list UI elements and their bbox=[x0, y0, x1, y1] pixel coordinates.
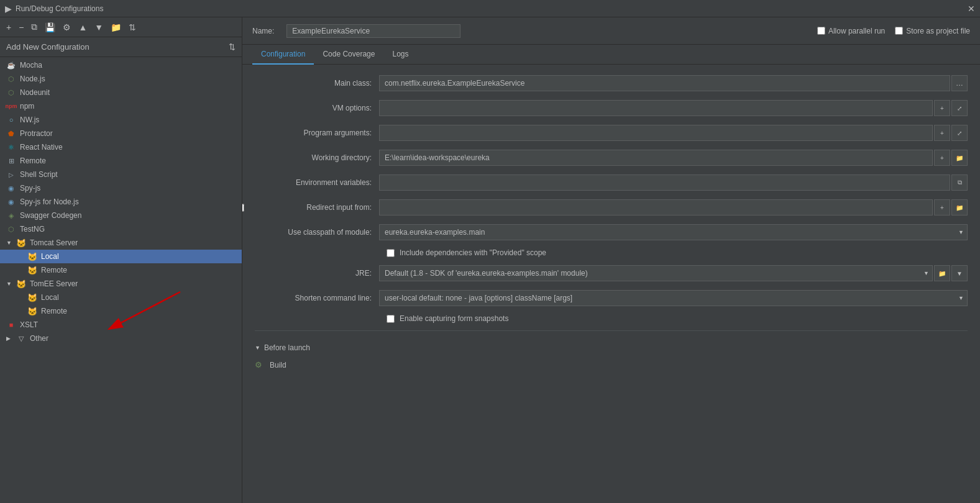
capture-snapshots-label: Enable capturing form snapshots bbox=[400, 314, 508, 323]
right-panel: Name: Allow parallel run Store as projec… bbox=[242, 17, 980, 503]
before-launch-section: Before launch ⚙ Build bbox=[255, 330, 968, 371]
vm-options-fullscreen-button[interactable]: ⤢ bbox=[951, 100, 968, 116]
main-class-input-wrap: … bbox=[379, 75, 968, 91]
tree-item-tomcat-remote[interactable]: 🐱 Remote bbox=[0, 263, 242, 277]
add-new-label: Add New Configuration bbox=[6, 42, 89, 52]
vm-options-input[interactable] bbox=[379, 100, 933, 116]
classpath-row: Use classpath of module: eureka.eureka-e… bbox=[255, 224, 968, 241]
jre-dropdown-button[interactable]: ▼ bbox=[951, 265, 968, 281]
tree-item-npm[interactable]: npm npm bbox=[0, 99, 242, 113]
tree-item-spyjsnode[interactable]: ◉ Spy-js for Node.js bbox=[0, 195, 242, 209]
config-body: Main class: … VM options: + ⤢ Program ar… bbox=[242, 65, 980, 503]
allow-parallel-label: Allow parallel run bbox=[817, 27, 885, 35]
vm-options-row: VM options: + ⤢ bbox=[255, 99, 968, 117]
other-icon: ▽ bbox=[16, 333, 26, 343]
move-up-button[interactable]: ▲ bbox=[76, 21, 89, 34]
folder-button[interactable]: 📁 bbox=[108, 21, 124, 34]
tree-label-tomcat-local: Local bbox=[41, 252, 59, 261]
tomee-expand-arrow: ▼ bbox=[6, 281, 12, 287]
tree-item-tomcat-local[interactable]: 🐱 Local bbox=[0, 250, 242, 263]
store-as-project-checkbox[interactable] bbox=[895, 27, 903, 35]
tree-label-nwjs: NW.js bbox=[20, 116, 39, 124]
tree-item-shellscript[interactable]: ▷ Shell Script bbox=[0, 168, 242, 181]
allow-parallel-checkbox[interactable] bbox=[817, 27, 825, 35]
nodeunit-icon: ⬡ bbox=[6, 88, 16, 97]
tree-item-protractor[interactable]: ⬟ Protractor bbox=[0, 127, 242, 140]
xslt-icon: ■ bbox=[6, 320, 16, 330]
tab-logs[interactable]: Logs bbox=[383, 45, 417, 65]
tree-item-nwjs[interactable]: ○ NW.js bbox=[0, 113, 242, 127]
shorten-cmd-select[interactable]: user-local default: none - java [options… bbox=[379, 290, 968, 306]
sort-icon: ⇅ bbox=[229, 42, 236, 52]
tree-item-remote[interactable]: ⊞ Remote bbox=[0, 154, 242, 168]
redirect-input-expand-button[interactable]: + bbox=[934, 199, 950, 215]
program-args-label: Program arguments: bbox=[255, 129, 379, 137]
program-args-input[interactable] bbox=[379, 125, 933, 141]
program-args-row: Program arguments: + ⤢ bbox=[255, 124, 968, 142]
tree-item-testng[interactable]: ⬡ TestNG bbox=[0, 222, 242, 236]
build-item[interactable]: ⚙ Build bbox=[255, 358, 968, 371]
env-vars-input[interactable] bbox=[379, 174, 950, 191]
swagger-icon: ◈ bbox=[6, 211, 16, 220]
tree-item-tomee-remote[interactable]: 🐱 Remote bbox=[0, 304, 242, 318]
program-args-fullscreen-button[interactable]: ⤢ bbox=[951, 125, 968, 141]
jre-select[interactable]: Default (1.8 - SDK of 'eureka.eureka-exa… bbox=[379, 265, 933, 281]
tree-label-mocha: Mocha bbox=[20, 61, 42, 70]
tree-item-tomcat[interactable]: ▼ 🐱 Tomcat Server bbox=[0, 236, 242, 250]
capture-snapshots-row: Enable capturing form snapshots bbox=[255, 314, 968, 323]
settings-button[interactable]: ⚙ bbox=[60, 21, 73, 34]
tree-item-mocha[interactable]: ☕ Mocha bbox=[0, 58, 242, 72]
jre-browse-button[interactable]: 📁 bbox=[934, 265, 950, 281]
remote-icon: ⊞ bbox=[6, 156, 16, 166]
add-new-section: Add New Configuration ⇅ bbox=[0, 37, 242, 57]
tree-label-tomcat: Tomcat Server bbox=[30, 238, 78, 247]
tree-item-other[interactable]: ▶ ▽ Other bbox=[0, 332, 242, 345]
include-deps-checkbox[interactable] bbox=[387, 249, 395, 257]
name-input[interactable] bbox=[286, 24, 460, 38]
move-down-button[interactable]: ▼ bbox=[92, 21, 106, 34]
redirect-input-label: Redirect input from: bbox=[247, 203, 372, 212]
tree-label-tomee: TomEE Server bbox=[30, 279, 78, 288]
jre-label: JRE: bbox=[255, 269, 379, 278]
classpath-select[interactable]: eureka.eureka-examples.main bbox=[379, 224, 968, 240]
tree-item-tomee-local[interactable]: 🐱 Local bbox=[0, 291, 242, 304]
working-dir-expand-button[interactable]: + bbox=[934, 150, 950, 166]
main-class-input[interactable] bbox=[379, 75, 950, 91]
tree-item-nodeunit[interactable]: ⬡ Nodeunit bbox=[0, 86, 242, 99]
capture-snapshots-checkbox[interactable] bbox=[387, 315, 395, 323]
copy-config-button[interactable]: ⧉ bbox=[29, 20, 40, 34]
tree-item-nodejs[interactable]: ⬡ Node.js bbox=[0, 72, 242, 86]
tree-item-swagger[interactable]: ◈ Swagger Codegen bbox=[0, 209, 242, 222]
tree-label-spyjsnode: Spy-js for Node.js bbox=[20, 197, 79, 206]
close-button[interactable]: ✕ bbox=[968, 4, 975, 14]
program-args-expand-button[interactable]: + bbox=[934, 125, 950, 141]
header-options: Allow parallel run Store as project file bbox=[817, 27, 970, 35]
tab-code-coverage[interactable]: Code Coverage bbox=[314, 45, 383, 65]
working-dir-input[interactable] bbox=[379, 150, 933, 166]
tomee-local-icon: 🐱 bbox=[27, 292, 37, 302]
env-vars-copy-button[interactable]: ⧉ bbox=[951, 174, 968, 191]
tree-item-xslt[interactable]: ■ XSLT bbox=[0, 318, 242, 332]
vm-options-expand-button[interactable]: + bbox=[934, 100, 950, 116]
tree-item-spyjs[interactable]: ◉ Spy-js bbox=[0, 181, 242, 195]
main-class-browse-button[interactable]: … bbox=[951, 75, 968, 91]
tomcat-expand-arrow: ▼ bbox=[6, 240, 12, 246]
main-class-row: Main class: … bbox=[255, 75, 968, 92]
tomcat-local-icon: 🐱 bbox=[27, 252, 37, 261]
vm-options-input-wrap: + ⤢ bbox=[379, 100, 968, 116]
tree-item-reactnative[interactable]: ⚛ React Native bbox=[0, 140, 242, 154]
npm-icon: npm bbox=[6, 101, 16, 111]
redirect-input-browse-button[interactable]: 📁 bbox=[951, 199, 968, 215]
tree-label-nodeunit: Nodeunit bbox=[20, 88, 50, 97]
tree-item-tomee[interactable]: ▼ 🐱 TomEE Server bbox=[0, 277, 242, 291]
tree-label-tomee-local: Local bbox=[41, 293, 59, 302]
redirect-input-input[interactable] bbox=[379, 199, 933, 215]
tree-label-tomee-remote: Remote bbox=[41, 307, 67, 315]
add-config-button[interactable]: + bbox=[4, 21, 14, 34]
redirect-input-checkbox[interactable] bbox=[242, 204, 244, 212]
working-dir-browse-button[interactable]: 📁 bbox=[951, 150, 968, 166]
remove-config-button[interactable]: − bbox=[16, 21, 26, 34]
save-config-button[interactable]: 💾 bbox=[42, 21, 58, 34]
sort-button[interactable]: ⇅ bbox=[126, 21, 139, 34]
tab-configuration[interactable]: Configuration bbox=[252, 45, 314, 65]
